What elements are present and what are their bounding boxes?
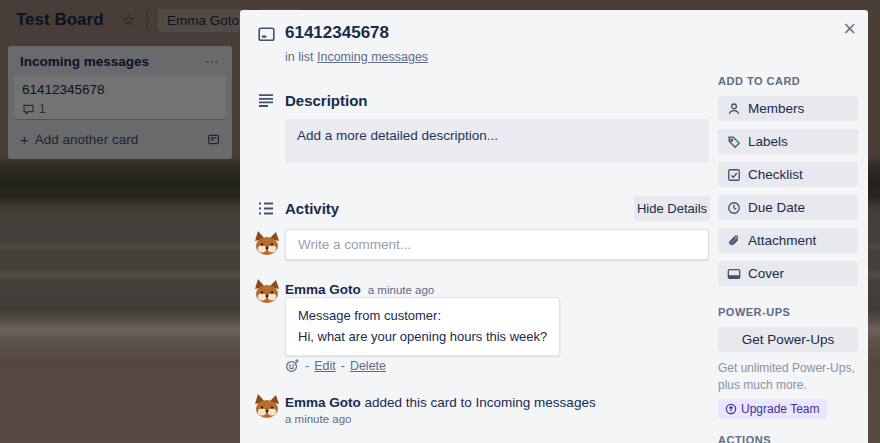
subtitle-prefix: in list [285, 50, 317, 64]
comment-timestamp: a minute ago [368, 284, 435, 296]
comment-box: Message from customer: Hi, what are your… [285, 297, 560, 356]
labels-button[interactable]: Labels [718, 129, 858, 154]
upgrade-icon [725, 403, 737, 415]
cover-icon [727, 267, 741, 281]
subtitle-list-link[interactable]: Incoming messages [317, 50, 428, 64]
members-button[interactable]: Members [718, 96, 858, 121]
activity-icon [258, 201, 274, 219]
hide-details-button[interactable]: Hide Details [634, 196, 710, 221]
card-icon [258, 27, 275, 46]
description-heading: Description [285, 92, 368, 109]
checklist-icon [727, 168, 741, 182]
cover-button[interactable]: Cover [718, 261, 858, 286]
card-title[interactable]: 61412345678 [285, 23, 389, 43]
log-text: added this card to Incoming messages [361, 395, 596, 410]
log-timestamp: a minute ago [285, 413, 352, 425]
delete-comment-link[interactable]: Delete [350, 359, 386, 373]
avatar [253, 229, 281, 257]
description-placeholder-box[interactable]: Add a more detailed description... [285, 119, 709, 163]
log-author: Emma Goto [285, 395, 361, 410]
member-icon [727, 102, 741, 116]
card-subtitle: in list Incoming messages [285, 50, 428, 64]
separator: - [305, 359, 309, 373]
comment-input[interactable] [285, 229, 709, 260]
comment-author[interactable]: Emma Goto [285, 282, 361, 297]
comment-line: Message from customer: [298, 305, 547, 326]
attachment-button-label: Attachment [748, 233, 816, 248]
app-window: Test Board ☆ Emma Goto Free Incoming mes… [0, 0, 880, 443]
attachment-button[interactable]: Attachment [718, 228, 858, 253]
upgrade-team-badge[interactable]: Upgrade Team [718, 399, 827, 419]
power-ups-upsell-text: Get unlimited Power-Ups, plus much more. [718, 360, 858, 394]
activity-log-entry: Emma Goto added this card to Incoming me… [285, 395, 596, 410]
members-button-label: Members [748, 101, 804, 116]
labels-button-label: Labels [748, 134, 788, 149]
add-to-card-label: ADD TO CARD [718, 75, 858, 87]
clock-icon [727, 201, 741, 215]
upsell-line: plus much more. [718, 377, 858, 394]
upgrade-team-label: Upgrade Team [741, 402, 820, 416]
upsell-line: Get unlimited Power-Ups, [718, 360, 858, 377]
get-power-ups-label: Get Power-Ups [742, 332, 834, 347]
paperclip-icon [727, 234, 741, 248]
checklist-button-label: Checklist [748, 167, 803, 182]
card-sidebar: ADD TO CARD Members Labels Checklist Due… [718, 75, 858, 443]
comment-header: Emma Gotoa minute ago [285, 282, 434, 297]
get-power-ups-button[interactable]: Get Power-Ups [718, 327, 858, 352]
description-icon [258, 93, 274, 111]
due-date-button[interactable]: Due Date [718, 195, 858, 220]
close-icon[interactable]: × [843, 14, 856, 45]
edit-comment-link[interactable]: Edit [314, 359, 336, 373]
separator: - [341, 359, 345, 373]
comment-line: Hi, what are your opening hours this wee… [298, 326, 547, 347]
checklist-button[interactable]: Checklist [718, 162, 858, 187]
label-tag-icon [727, 135, 741, 149]
power-ups-label: POWER-UPS [718, 306, 858, 318]
due-date-button-label: Due Date [748, 200, 805, 215]
avatar [253, 277, 281, 305]
avatar [253, 392, 281, 420]
cover-button-label: Cover [748, 266, 784, 281]
actions-label: ACTIONS [718, 434, 858, 443]
card-detail-modal: × 61412345678 in list Incoming messages … [240, 10, 868, 443]
add-reaction-icon[interactable] [285, 358, 300, 373]
comment-actions: - Edit - Delete [285, 358, 386, 373]
activity-heading: Activity [285, 200, 339, 217]
